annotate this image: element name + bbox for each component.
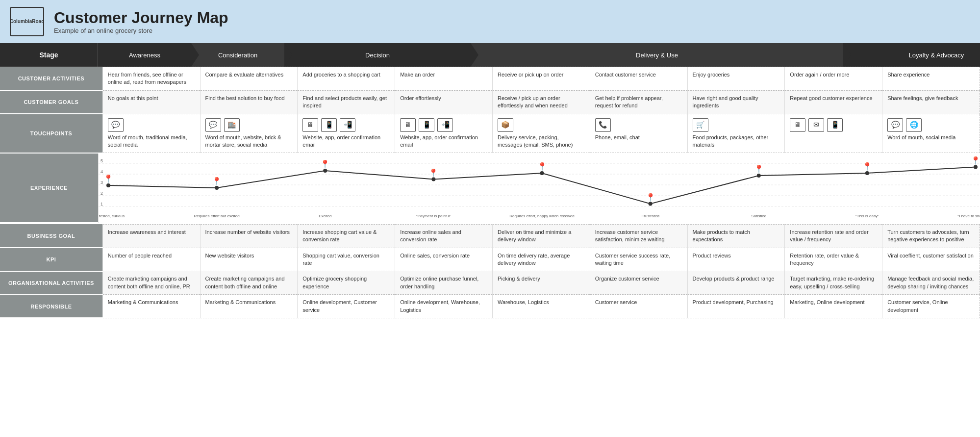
- header-title: Customer Journey Map Example of an onlin…: [54, 9, 228, 34]
- resp-cell-5: Customer service: [590, 295, 687, 318]
- journey-map-table: CUSTOMER ACTIVITIES Hear from friends, s…: [0, 67, 980, 154]
- bg-cell-5: Increase customer service satisfaction, …: [590, 224, 687, 248]
- kpi-row: KPI Number of people reached New website…: [0, 248, 980, 271]
- customer-activities-label: CUSTOMER ACTIVITIES: [0, 67, 102, 91]
- svg-text:Interested, curious: Interested, curious: [99, 214, 125, 218]
- tp-cell-consideration: 💬 🏬 Word of mouth, website, brick & mort…: [200, 114, 298, 153]
- customer-activities-row: CUSTOMER ACTIVITIES Hear from friends, s…: [0, 67, 980, 91]
- experience-svg: 5 4 3 2 1 📍📍📍📍📍📍📍📍📍 Interested, curiousR…: [99, 154, 980, 222]
- ca-cell-delivery1: Receive or pick up on order: [492, 67, 590, 91]
- web-icon: 🌐: [906, 118, 922, 132]
- kpi-cell-0: Number of people reached: [102, 248, 200, 271]
- ca-cell-loyalty2: Share experience: [882, 67, 980, 91]
- resp-cell-6: Product development, Purchasing: [687, 295, 785, 318]
- cg-cell-delivery1: Receive / pick up an order effortlessly …: [492, 90, 590, 114]
- cg-cell-delivery3: Have right and good quality ingredients: [687, 90, 785, 114]
- customer-goals-label: CUSTOMER GOALS: [0, 90, 102, 114]
- svg-text:📍: 📍: [320, 159, 330, 169]
- svg-text:5: 5: [101, 158, 103, 163]
- tp-cell-delivery2: 📞 Phone, email, chat: [590, 114, 687, 153]
- cg-cell-loyalty1: Repeat good customer experience: [785, 90, 882, 114]
- svg-text:📍: 📍: [428, 168, 438, 177]
- svg-text:Frustrated: Frustrated: [641, 214, 659, 218]
- phase-consideration: Consideration: [191, 43, 284, 67]
- organisational-row: ORGANISATIONAL ACTIVITIES Create marketi…: [0, 271, 980, 295]
- food-icon: 🛒: [693, 118, 708, 132]
- svg-text:2: 2: [101, 191, 103, 196]
- svg-point-21: [649, 202, 653, 206]
- oa-cell-0: Create marketing campaigns and content b…: [102, 271, 200, 295]
- oa-cell-5: Organize customer service: [590, 271, 687, 295]
- bg-cell-1: Increase number of website visitors: [200, 224, 298, 248]
- tablet-icon: 📱: [321, 118, 337, 132]
- journey-map-table-lower: BUSINESS GOAL Increase awareness and int…: [0, 224, 980, 319]
- bg-cell-7: Increase retention rate and order value …: [785, 224, 882, 248]
- kpi-cell-1: New website visitors: [200, 248, 298, 271]
- tp-cell-delivery1: 📦 Delivery service, packing, messages (e…: [492, 114, 590, 153]
- oa-cell-3: Optimize online purchase funnel, order h…: [395, 271, 493, 295]
- touchpoints-row: TOUCHPOINTS 💬 Word of mouth, traditional…: [0, 114, 980, 153]
- svg-point-13: [215, 186, 219, 190]
- svg-text:Requires effort but excited: Requires effort but excited: [194, 214, 240, 218]
- ca-cell-loyalty1: Order again / order more: [785, 67, 882, 91]
- oa-cell-6: Develop products & product range: [687, 271, 785, 295]
- kpi-label: KPI: [0, 248, 102, 271]
- tp-cell-loyalty1: 🖥 ✉ 📱: [785, 114, 882, 153]
- desktop-icon-2: 🖥: [400, 118, 416, 132]
- kpi-cell-5: Customer service success rate, waiting t…: [590, 248, 687, 271]
- cg-cell-loyalty2: Share feelings, give feedback: [882, 90, 980, 114]
- svg-text:Requires effort, happy when re: Requires effort, happy when received: [509, 214, 574, 218]
- svg-text:"Payment is painful": "Payment is painful": [416, 214, 451, 218]
- ca-cell-delivery2: Contact customer service: [590, 67, 687, 91]
- touchpoints-label: TOUCHPOINTS: [0, 114, 102, 153]
- cg-cell-awareness: No goals at this point: [102, 90, 200, 114]
- resp-cell-7: Marketing, Online development: [785, 295, 882, 318]
- bg-cell-8: Turn customers to advocates, turn negati…: [882, 224, 980, 248]
- page-subtitle: Example of an online grocery store: [54, 27, 228, 34]
- svg-text:Excited: Excited: [319, 214, 331, 218]
- tp-icons-delivery3: 🛒: [693, 118, 780, 132]
- resp-cell-4: Warehouse, Logistics: [492, 295, 590, 318]
- tp-icons-decision1: 🖥 📱 📲: [302, 118, 390, 132]
- phase-decision: Decision: [284, 43, 471, 67]
- ca-cell-decision1: Add groceries to a shopping cart: [298, 67, 395, 91]
- ca-cell-consideration: Compare & evaluate alternatives: [200, 67, 298, 91]
- desktop-icon: 🖥: [302, 118, 318, 132]
- logo: Columbia Road: [10, 7, 44, 36]
- chat-icon-3: 💬: [887, 118, 903, 132]
- tp-cell-delivery3: 🛒 Food products, packages, other materia…: [687, 114, 785, 153]
- kpi-cell-2: Shopping cart value, conversion rate: [298, 248, 395, 271]
- svg-point-27: [974, 165, 978, 169]
- svg-text:📍: 📍: [971, 155, 980, 165]
- svg-text:📍: 📍: [212, 177, 222, 186]
- tp-cell-decision2: 🖥 📱 📲 Website, app, order confirmation e…: [395, 114, 493, 153]
- bg-cell-3: Increase online sales and conversion rat…: [395, 224, 493, 248]
- phase-delivery: Delivery & Use: [471, 43, 843, 67]
- ca-cell-delivery3: Enjoy groceries: [687, 67, 785, 91]
- svg-text:3: 3: [101, 180, 103, 185]
- business-goal-label: BUSINESS GOAL: [0, 224, 102, 248]
- svg-text:📍: 📍: [103, 174, 113, 183]
- tp-icons-loyalty2: 💬 🌐: [887, 118, 975, 132]
- oa-cell-7: Target marketing, make re-ordering easy,…: [785, 271, 882, 295]
- svg-point-23: [757, 174, 761, 178]
- desktop-icon-3: 🖥: [790, 118, 805, 132]
- experience-chart: 5 4 3 2 1 📍📍📍📍📍📍📍📍📍 Interested, curiousR…: [98, 154, 980, 223]
- page-title: Customer Journey Map: [54, 9, 228, 27]
- tp-cell-decision1: 🖥 📱 📲 Website, app, order confirmation e…: [298, 114, 395, 153]
- responsible-row: RESPONSIBLE Marketing & Communications M…: [0, 295, 980, 318]
- cg-cell-delivery2: Get help if problems appear, request for…: [590, 90, 687, 114]
- svg-text:📍: 📍: [537, 162, 547, 171]
- ca-cell-awareness: Hear from friends, see offline or online…: [102, 67, 200, 91]
- delivery-icon: 📦: [498, 118, 513, 132]
- store-icon: 🏬: [224, 118, 240, 132]
- bg-cell-6: Make products to match expectations: [687, 224, 785, 248]
- tp-icons-consideration: 💬 🏬: [205, 118, 293, 132]
- bg-cell-0: Increase awareness and interest: [102, 224, 200, 248]
- resp-cell-3: Online development, Warehouse, Logistics: [395, 295, 493, 318]
- cg-cell-consideration: Find the best solution to buy food: [200, 90, 298, 114]
- experience-section: EXPERIENCE 5 4 3 2 1 📍📍📍📍📍📍📍📍📍 Intereste…: [0, 154, 980, 224]
- svg-text:📍: 📍: [754, 164, 764, 174]
- chat-icon-2: 💬: [205, 118, 221, 132]
- tp-icons-awareness: 💬: [108, 118, 195, 132]
